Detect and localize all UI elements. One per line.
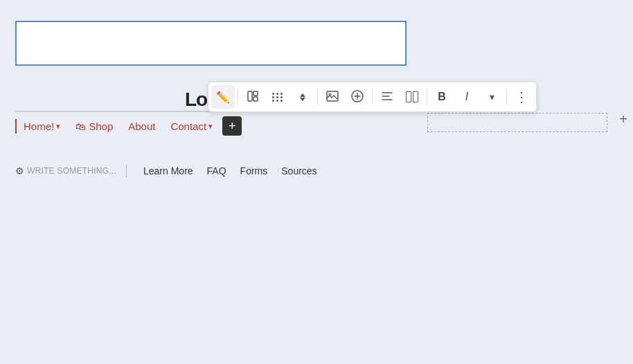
- toolbar-divider-5: [506, 89, 507, 105]
- layout-icon: [247, 91, 258, 104]
- updown-button[interactable]: [291, 85, 314, 109]
- dots-grid-icon: [272, 93, 283, 102]
- secondary-nav: ⚙ WRITE SOMETHING... Learn More FAQ Form…: [15, 165, 324, 177]
- pencil-button[interactable]: ✏️: [211, 85, 235, 109]
- column-layout-button[interactable]: [400, 85, 424, 109]
- add-icon: [351, 90, 364, 104]
- secondary-divider: [126, 165, 127, 177]
- align-text-button[interactable]: [375, 85, 399, 109]
- image-button[interactable]: [321, 85, 344, 109]
- toolbar-divider-1: [238, 89, 238, 105]
- more-button[interactable]: ⋮: [510, 85, 533, 109]
- contact-label: Contact: [170, 120, 206, 132]
- bold-button[interactable]: B: [430, 85, 454, 109]
- italic-icon: I: [465, 91, 468, 103]
- nav-item-about[interactable]: About: [120, 119, 162, 134]
- editor-toolbar: ✏️: [208, 82, 537, 112]
- nav-item-home[interactable]: Home! ▾: [15, 119, 67, 134]
- nav-item-contact[interactable]: Contact ▾: [162, 119, 220, 134]
- secondary-link-learn-more[interactable]: Learn More: [136, 165, 200, 176]
- secondary-link-forms[interactable]: Forms: [233, 165, 275, 176]
- secondary-link-faq[interactable]: FAQ: [200, 165, 233, 176]
- nav-add-button[interactable]: +: [222, 116, 242, 136]
- bold-icon: B: [438, 91, 446, 103]
- shop-icon: 🛍: [75, 120, 86, 132]
- far-right-add-button[interactable]: +: [616, 112, 630, 126]
- align-text-icon: [382, 91, 393, 103]
- toolbar-divider-3: [372, 89, 373, 105]
- more-icon: ⋮: [515, 90, 528, 104]
- logo: Lo: [185, 89, 207, 111]
- nav-bar: Home! ▾ 🛍 Shop About Contact ▾ +: [15, 112, 407, 140]
- layout-button[interactable]: [241, 85, 265, 109]
- nav-area: Home! ▾ 🛍 Shop About Contact ▾ +: [15, 111, 407, 140]
- toolbar-divider-4: [427, 89, 427, 105]
- svg-rect-0: [248, 91, 252, 101]
- add-button[interactable]: [346, 85, 369, 109]
- secondary-link-sources[interactable]: Sources: [274, 165, 323, 176]
- contact-dropdown-arrow: ▾: [208, 122, 213, 131]
- italic-button[interactable]: I: [455, 85, 479, 109]
- nav-item-shop[interactable]: 🛍 Shop: [67, 119, 120, 134]
- header-box: [15, 21, 407, 66]
- home-dropdown-arrow: ▾: [56, 122, 60, 131]
- about-label: About: [128, 120, 155, 132]
- dots-grid-button[interactable]: [266, 85, 289, 109]
- updown-icon: [300, 93, 305, 101]
- dashed-placeholder-box: [427, 113, 607, 132]
- pencil-icon: ✏️: [216, 91, 230, 104]
- gear-icon: ⚙: [15, 165, 24, 176]
- image-icon: [326, 91, 339, 104]
- toolbar-divider-2: [317, 89, 318, 105]
- home-label: Home!: [24, 120, 54, 132]
- dropdown-icon: ▾: [490, 91, 494, 102]
- write-section: ⚙ WRITE SOMETHING...: [15, 165, 116, 176]
- write-placeholder[interactable]: WRITE SOMETHING...: [27, 166, 116, 176]
- svg-point-4: [329, 93, 331, 95]
- column-layout-icon: [406, 91, 418, 102]
- shop-label: Shop: [89, 120, 113, 132]
- svg-rect-2: [253, 97, 258, 101]
- svg-rect-1: [253, 91, 258, 95]
- dropdown-button[interactable]: ▾: [480, 85, 503, 109]
